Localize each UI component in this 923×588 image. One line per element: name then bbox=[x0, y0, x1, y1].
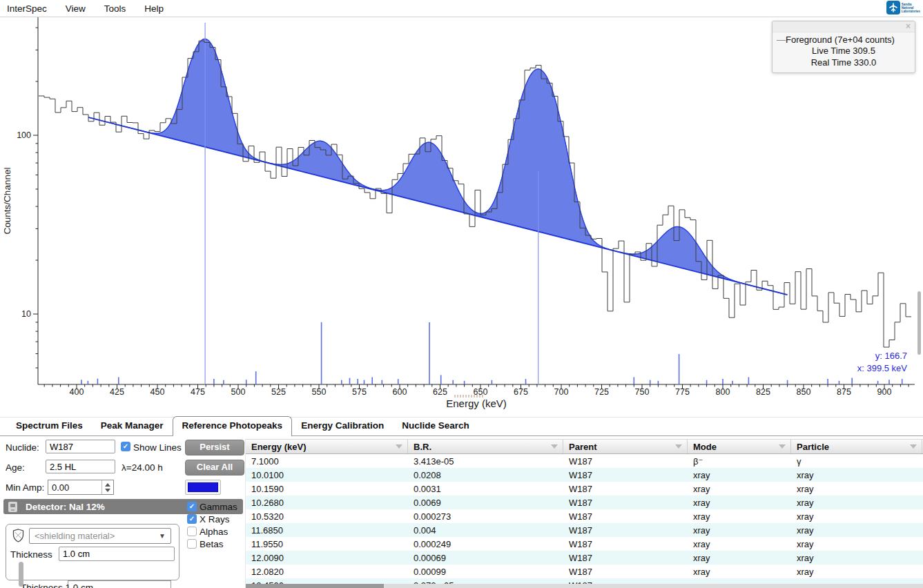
table-cell: 11.6850 bbox=[246, 525, 408, 536]
menu-view[interactable]: View bbox=[66, 3, 86, 14]
alphas-checkbox[interactable] bbox=[187, 527, 197, 536]
table-cell: W187 bbox=[563, 539, 688, 549]
table-cell: xray bbox=[791, 511, 922, 522]
table-row[interactable]: 10.01000.0208W187xrayxray bbox=[246, 468, 923, 482]
table-row[interactable]: 12.00900.00069W187xrayxray bbox=[246, 551, 923, 565]
table-row[interactable]: 11.68500.004W187xrayxray bbox=[246, 523, 923, 537]
next-shielding-partial: Thickness 1.0 cm bbox=[21, 582, 93, 588]
table-cell: 10.0100 bbox=[246, 470, 408, 480]
min-amp-value: 0.00 bbox=[52, 482, 69, 493]
show-lines-checkbox[interactable]: ✓ bbox=[121, 442, 130, 451]
x-tick-label: 700 bbox=[554, 387, 569, 397]
tab-peak-manager[interactable]: Peak Manager bbox=[92, 417, 173, 435]
menu-bar: InterSpecViewToolsHelp Sandia National L… bbox=[0, 0, 923, 17]
tab-energy-calibration[interactable]: Energy Calibration bbox=[292, 417, 393, 435]
table-cell: xray bbox=[791, 525, 922, 536]
shielding-material-select[interactable]: <shielding material> ▼ bbox=[29, 528, 171, 544]
table-row[interactable]: 10.15900.0031W187xrayxray bbox=[246, 482, 923, 496]
column-header-b-r-[interactable]: B.R. bbox=[408, 440, 563, 453]
step-down-icon[interactable] bbox=[105, 489, 110, 492]
table-cell: xray bbox=[688, 567, 791, 577]
half-life-text: λ=24.00 h bbox=[122, 462, 163, 473]
tab-nuclide-search[interactable]: Nuclide Search bbox=[393, 417, 478, 435]
table-cell: W187 bbox=[563, 456, 688, 467]
column-label: Mode bbox=[693, 442, 717, 452]
x-tick-label: 450 bbox=[150, 387, 165, 397]
chart-right-scrollbar[interactable] bbox=[917, 291, 921, 355]
x-tick-label: 400 bbox=[70, 387, 84, 397]
table-cell: W187 bbox=[563, 567, 688, 577]
particle-row-betas: Betas bbox=[187, 538, 237, 550]
stepper-arrows[interactable] bbox=[101, 480, 113, 494]
y-axis-title: Counts/Channel bbox=[2, 168, 12, 235]
betas-checkbox[interactable] bbox=[187, 539, 197, 549]
persist-button[interactable]: Persist bbox=[185, 440, 244, 455]
table-hscrollbar[interactable] bbox=[246, 584, 923, 588]
chart-resize-handle[interactable] bbox=[454, 395, 485, 398]
table-cell: xray bbox=[688, 525, 791, 536]
table-hscrollbar-thumb[interactable] bbox=[246, 584, 384, 588]
spectrum-chart[interactable]: 4004254504755005255505756006256506757007… bbox=[0, 17, 923, 417]
legend-header: × bbox=[773, 21, 915, 32]
x-tick-label: 575 bbox=[352, 387, 367, 397]
x-tick-label: 425 bbox=[110, 387, 124, 397]
tab-reference-photopeaks[interactable]: Reference Photopeaks bbox=[173, 416, 293, 437]
detector-icon bbox=[8, 502, 17, 512]
peak-fill bbox=[88, 39, 788, 295]
thickness-label: Thickness bbox=[10, 549, 52, 560]
legend-close-icon[interactable]: × bbox=[906, 22, 911, 30]
gammas-checkbox[interactable]: ✓ bbox=[187, 502, 197, 511]
min-amp-stepper[interactable]: 0.00 bbox=[48, 480, 114, 495]
table-cell: γ bbox=[791, 456, 922, 467]
x-tick-label: 600 bbox=[393, 387, 407, 397]
table-cell: 0.00069 bbox=[408, 553, 563, 563]
table-cell: xray bbox=[688, 484, 791, 494]
nuclide-input[interactable] bbox=[46, 440, 115, 453]
column-label: Parent bbox=[569, 442, 596, 452]
continuum-line bbox=[88, 117, 788, 295]
step-up-icon[interactable] bbox=[105, 483, 110, 487]
menu-interspec[interactable]: InterSpec bbox=[7, 3, 47, 14]
sort-icon[interactable] bbox=[396, 444, 402, 449]
table-cell: xray bbox=[791, 539, 922, 549]
column-header-particle[interactable]: Particle bbox=[791, 440, 922, 453]
line-color-swatch bbox=[188, 482, 218, 492]
table-row[interactable]: 10.26800.0069W187xrayxray bbox=[246, 496, 923, 509]
column-header-mode[interactable]: Mode bbox=[688, 440, 791, 453]
x-tick-label: 625 bbox=[433, 387, 447, 397]
x-rays-checkbox[interactable]: ✓ bbox=[187, 514, 197, 524]
min-amp-label: Min Amp: bbox=[6, 482, 44, 493]
x-tick-label: 825 bbox=[756, 387, 770, 397]
sort-icon[interactable] bbox=[551, 444, 558, 449]
thickness-input[interactable] bbox=[59, 547, 175, 561]
table-row[interactable]: 11.95500.000249W187xrayxray bbox=[246, 537, 923, 551]
table-row[interactable]: 12.08200.00099W187xrayxray bbox=[246, 565, 923, 578]
panel-scrollbar[interactable] bbox=[19, 562, 23, 587]
table-row[interactable]: 10.53200.000273W187xrayxray bbox=[246, 509, 923, 523]
line-color-picker[interactable] bbox=[185, 480, 221, 495]
particle-filter-list: ✓Gammas✓X RaysAlphasBetas bbox=[187, 500, 237, 550]
sandia-logo-text: Sandia National Laboratories bbox=[902, 3, 920, 13]
age-input[interactable] bbox=[46, 460, 115, 473]
spectrum-svg[interactable]: 4004254504755005255505756006256506757007… bbox=[0, 17, 923, 417]
table-row[interactable]: 7.10003.413e-05W187β⁻γ bbox=[246, 454, 923, 468]
sort-icon[interactable] bbox=[779, 444, 786, 449]
sort-icon[interactable] bbox=[910, 444, 917, 449]
table-cell: W187 bbox=[563, 484, 688, 494]
column-header-parent[interactable]: Parent bbox=[563, 440, 688, 453]
table-cell: 10.2680 bbox=[246, 498, 408, 508]
table-cell: W187 bbox=[563, 525, 688, 536]
sort-icon[interactable] bbox=[675, 444, 682, 449]
clear-all-button[interactable]: Clear All bbox=[185, 460, 244, 476]
column-header-energy-kev-[interactable]: Energy (keV) bbox=[246, 440, 408, 453]
mouse-readout-x: x: 399.5 keV bbox=[857, 363, 908, 373]
menu-help[interactable]: Help bbox=[144, 3, 164, 14]
y-tick-label: 100 bbox=[17, 130, 31, 140]
particle-label: Gammas bbox=[200, 502, 237, 512]
tab-spectrum-files[interactable]: Spectrum Files bbox=[7, 417, 92, 435]
spectrum-legend[interactable]: × —Foreground (7e+04 counts) Live Time 3… bbox=[772, 21, 915, 73]
menu-tools[interactable]: Tools bbox=[104, 3, 126, 14]
table-cell: 10.1590 bbox=[246, 484, 408, 494]
table-cell: W187 bbox=[563, 511, 688, 522]
table-cell: 12.0820 bbox=[246, 567, 408, 577]
